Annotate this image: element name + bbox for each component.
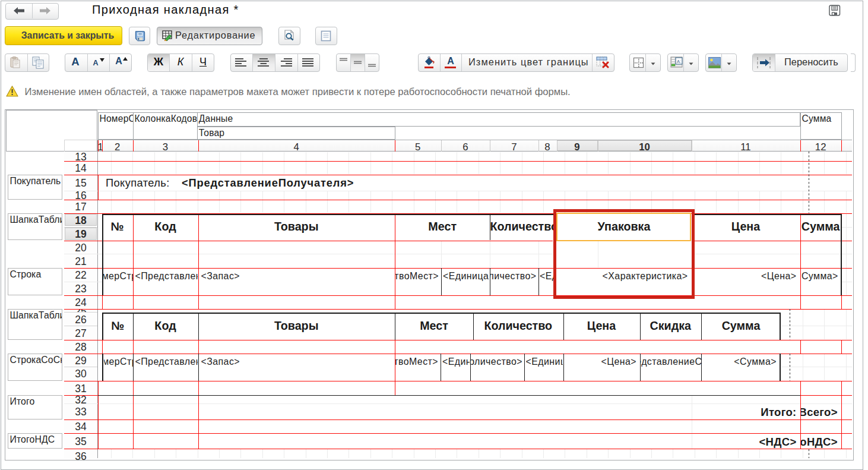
svg-text:A:: A:	[677, 59, 681, 64]
